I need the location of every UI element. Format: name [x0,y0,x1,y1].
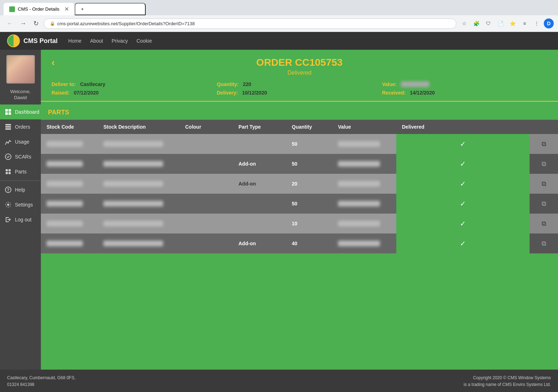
parts-icon [4,168,12,176]
cell-stock-code-3 [41,174,98,194]
sidebar-item-scars[interactable]: SCARs [0,149,41,164]
cell-part-type-3: Add-on [233,174,286,194]
logout-label: Log out [15,217,32,222]
cell-description-4 [98,194,179,214]
value-amount [401,81,429,87]
sidebar-item-help[interactable]: ? Help [0,182,41,197]
sidebar-item-dashboard[interactable]: Dashboard [0,104,41,119]
footer-address-line1: Castlecary, Cumbernauld, G68 0FS, [7,375,76,381]
meta-deliver-to: Deliver to: Castlecary [52,81,217,87]
scars-label: SCARs [15,154,31,160]
cell-action-1[interactable]: ⧉ [530,134,558,154]
raised-label: Raised: [52,90,70,96]
order-header: ‹ ORDER CC105753 Delivered Deliver to: C… [41,50,558,102]
cell-delivered-5: ✓ [396,214,530,233]
cell-part-type-4 [233,194,286,214]
cell-quantity-1: 50 [286,134,332,154]
delivery-value: 10/12/2020 [242,90,267,96]
received-value: 14/12/2020 [410,90,435,96]
quantity-label: Quantity: [217,81,238,87]
sidebar-nav: Dashboard Orders Usage [0,104,41,227]
th-value: Value [332,120,396,134]
delivered-check-4: ✓ [460,199,466,208]
app-title: CMS Portal [23,37,58,45]
reload-button[interactable]: ↻ [31,18,41,29]
th-delivered: Delivered [396,120,460,134]
profile-avatar[interactable]: D [544,18,554,28]
orders-label: Orders [15,124,30,130]
dashboard-icon [4,108,12,116]
sidebar-item-usage[interactable]: Usage [0,134,41,149]
new-tab-button[interactable]: + [75,3,146,15]
cell-description-6 [98,233,179,253]
main-layout: Welcome, Dawid Dashboard Orders [0,50,558,370]
svg-rect-10 [6,172,8,174]
pdf-icon[interactable]: 📄 [495,18,505,28]
cell-action-6[interactable]: ⧉ [530,233,558,253]
cell-action-5[interactable]: ⧉ [530,214,558,233]
extensions-icon[interactable]: 🧩 [471,18,481,28]
th-action [460,120,489,134]
nav-home[interactable]: Home [68,38,81,44]
nav-cookie[interactable]: Cookie [136,38,152,44]
puzzle-icon[interactable]: ⭐ [508,18,517,28]
svg-rect-1 [9,109,11,112]
sidebar-item-settings[interactable]: Settings [0,197,41,212]
address-bar[interactable]: 🔒 cms-portal.azurewebsites.net/Supplier/… [44,18,456,29]
content-area: ‹ ORDER CC105753 Delivered Deliver to: C… [41,50,558,370]
svg-point-14 [7,204,9,206]
table-header: Stock Code Stock Description Colour Part… [41,120,558,134]
app-wrapper: CMS Portal Home About Privacy Cookie Wel… [0,32,558,392]
cell-colour-2 [179,154,233,174]
scars-icon [4,153,12,161]
delivered-check-5: ✓ [460,219,466,228]
cell-value-5 [332,214,396,233]
sidebar-item-logout[interactable]: Log out [0,212,41,227]
meta-value: Value: [382,81,547,87]
cell-value-3 [332,174,396,194]
cell-action-2[interactable]: ⧉ [530,154,558,174]
nav-privacy[interactable]: Privacy [112,38,128,44]
cell-value-6 [332,233,396,253]
external-link-icon-4: ⧉ [542,200,546,208]
sidebar-toggle-icon[interactable]: ≡ [520,18,530,28]
deliver-to-value: Castlecary [80,81,105,87]
svg-rect-3 [9,112,11,115]
cell-colour-1 [179,134,233,154]
help-label: Help [15,187,25,193]
parts-title: PARTS [41,105,558,120]
sidebar-item-orders[interactable]: Orders [0,119,41,134]
table-row: Add-on 40 ✓ ⧉ [41,233,558,253]
th-stock-code: Stock Code [41,120,98,134]
cell-value-1 [332,134,396,154]
back-button[interactable]: ← [4,18,15,29]
order-header-top: ‹ ORDER CC105753 [52,57,547,68]
browser-toolbar: ← → ↻ 🔒 cms-portal.azurewebsites.net/Sup… [0,15,558,32]
sidebar-item-parts[interactable]: Parts [0,164,41,179]
usage-label: Usage [15,139,29,145]
meta-raised: Raised: 07/12/2020 [52,90,217,96]
nav-about[interactable]: About [90,38,103,44]
cell-action-3[interactable]: ⧉ [530,174,558,194]
browser-tab[interactable]: CMS - Order Details ✕ [4,3,75,15]
usage-icon [4,138,12,146]
cell-part-type-6: Add-on [233,233,286,253]
svg-rect-6 [5,128,11,130]
green-bar-bottom [41,365,558,370]
back-button[interactable]: ‹ [52,57,55,68]
cell-action-4[interactable]: ⧉ [530,194,558,214]
star-icon[interactable]: ☆ [459,18,469,28]
forward-button[interactable]: → [18,18,28,29]
browser-toolbar-right: ☆ 🧩 🛡 📄 ⭐ ≡ ⋮ D [459,18,554,28]
tab-close-button[interactable]: ✕ [64,6,69,12]
deliver-to-label: Deliver to: [52,81,76,87]
parts-section: PARTS Stock Code Stock Description Colou… [41,102,558,365]
settings-label: Settings [15,202,33,208]
cell-delivered-2: ✓ [396,154,530,174]
shield-icon[interactable]: 🛡 [483,18,493,28]
dashboard-label: Dashboard [15,109,39,115]
orders-icon [4,123,12,131]
menu-icon[interactable]: ⋮ [532,18,542,28]
logo-circle [7,34,20,47]
value-label: Value: [382,81,397,87]
